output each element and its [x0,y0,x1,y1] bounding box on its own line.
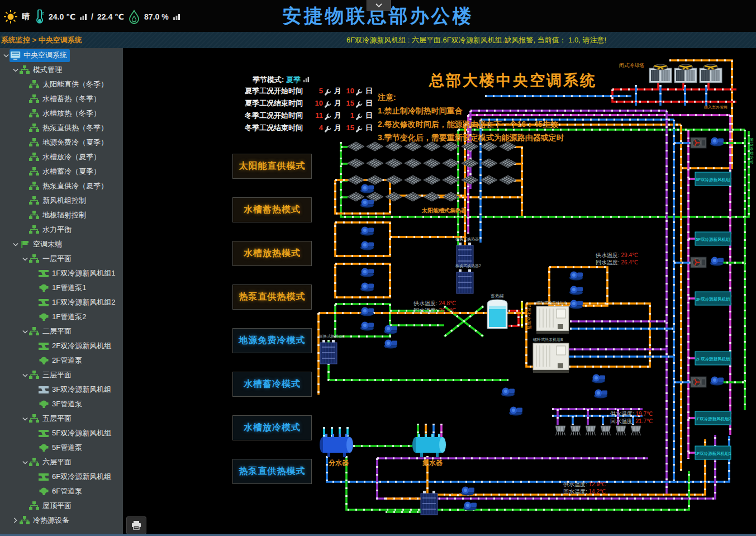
pump-icon[interactable] [569,272,583,281]
print-button[interactable] [126,516,146,534]
cooling-tower-icon[interactable] [700,64,722,83]
pump-icon[interactable] [384,325,397,334]
mode-button-热泵直供热模式[interactable]: 热泵直供热模式 [232,284,312,310]
cooling-tower-icon[interactable] [649,64,672,83]
tree-item-6F双冷源新风机组[interactable]: 6F双冷源新风机组 [0,469,123,484]
wrench-icon[interactable] [355,88,363,96]
pump-icon[interactable] [360,268,374,277]
mode-button-水槽蓄热模式[interactable]: 水槽蓄热模式 [232,197,312,222]
tree-item-屋顶平面[interactable]: 屋顶平面 [0,499,123,513]
pump-icon[interactable] [569,286,583,295]
chevron-down-icon[interactable] [21,417,28,421]
pump-icon[interactable] [710,257,724,266]
tree-item-1F管道泵1[interactable]: 1F管道泵1 [0,281,123,295]
pump-icon[interactable] [509,407,522,416]
tree-item-1F管道泵2[interactable]: 1F管道泵2 [0,310,123,324]
ahu-fan-icon[interactable] [691,257,706,268]
mode-button-水槽放冷模式[interactable]: 水槽放冷模式 [232,415,312,440]
pump-icon[interactable] [501,388,515,397]
pump-icon[interactable] [360,283,374,292]
tree-item-冷热源设备[interactable]: 冷热源设备 [0,513,123,528]
floor-unit-box[interactable]: 1F双冷源新风机组2 [695,411,731,425]
pump-icon[interactable] [463,502,477,511]
tree-item-水槽放冷（夏季）[interactable]: 水槽放冷（夏季） [0,150,123,164]
chevron-down-icon[interactable] [12,243,19,246]
tree-item-五层平面[interactable]: 五层平面 [0,411,123,426]
mode-button-水槽蓄冷模式[interactable]: 水槽蓄冷模式 [232,372,312,397]
collapse-header-button[interactable] [367,0,391,11]
floor-unit-box[interactable]: 3F双冷源新风机组 [695,292,731,305]
tree-item-水槽蓄冷（夏季）[interactable]: 水槽蓄冷（夏季） [0,164,123,179]
floor-unit-box[interactable]: 6F双冷源新风机组 [695,172,731,186]
wrench-icon[interactable] [355,113,363,120]
pump-icon[interactable] [710,137,724,146]
floor-unit-box[interactable]: 5F双冷源新风机组 [695,232,731,245]
plate-heat-exchanger-icon[interactable]: 板换式换热器2 [455,264,481,293]
water-collector-icon[interactable] [412,434,446,457]
tree-item-新风机组控制[interactable]: 新风机组控制 [0,193,123,208]
plate-heat-exchanger-icon[interactable] [421,491,438,515]
chevron-down-icon[interactable] [21,373,28,377]
ahu-fan-icon[interactable] [691,377,706,387]
tree-item-5F管道泵[interactable]: 5F管道泵 [0,440,123,455]
alarm-message[interactable]: 6F双冷源新风机组 : 六层平面.6F双冷源新风机组.缺风报警, 当前值： 1.… [346,35,606,45]
pump-icon[interactable] [360,227,374,236]
tree-item-6F管道泵[interactable]: 6F管道泵 [0,484,123,499]
ahu-fan-icon[interactable] [691,137,706,148]
pump-icon[interactable] [360,241,374,250]
pump-icon[interactable] [360,307,374,316]
mode-button-太阳能直供模式[interactable]: 太阳能直供模式 [232,154,312,179]
pump-icon[interactable] [569,300,583,309]
chevron-down-icon[interactable] [21,330,28,334]
mode-button-水槽放热模式[interactable]: 水槽放热模式 [232,241,312,266]
heat-pump-unit-icon[interactable]: 螺杆式热泵机组B [533,338,569,373]
mode-button-热泵直供热模式[interactable]: 热泵直供热模式 [232,459,312,484]
wrench-icon[interactable] [324,113,331,120]
tree-item-六层平面[interactable]: 六层平面 [0,455,123,469]
tree-item-热泵直供热（冬季）[interactable]: 热泵直供热（冬季） [0,121,123,135]
chevron-down-icon[interactable] [21,257,28,261]
floor-unit-box[interactable]: 1F双冷源新风机组1 [695,446,731,459]
tree-item-热泵直供冷（夏季）[interactable]: 热泵直供冷（夏季） [0,179,123,193]
chevron-down-icon[interactable] [12,68,19,72]
pump-icon[interactable] [461,487,474,496]
pump-icon[interactable] [384,340,397,349]
pump-icon[interactable] [360,199,374,208]
water-distributor-icon[interactable] [320,434,353,457]
tree-item-模式管理[interactable]: 模式管理 [0,63,123,77]
cooling-tower-icon[interactable] [674,64,697,83]
tree-item-地源免费冷（夏季）[interactable]: 地源免费冷（夏季） [0,135,123,150]
storage-tank-icon[interactable]: 蓄热罐 [487,293,507,329]
tree-item-3F管道泵[interactable]: 3F管道泵 [0,397,123,411]
pump-icon[interactable] [360,184,374,193]
tree-item-二层平面[interactable]: 二层平面 [0,324,123,339]
tree-item-1F双冷源新风机组2[interactable]: 1F双冷源新风机组2 [0,295,123,310]
wrench-icon[interactable] [324,88,331,96]
tree-item-空调末端[interactable]: 空调末端 [0,237,123,252]
tree-item-2F双冷源新风机组[interactable]: 2F双冷源新风机组 [0,339,123,353]
bottom-scrollbar[interactable] [0,534,756,536]
chevron-down-icon[interactable] [2,54,9,58]
wrench-icon[interactable] [324,125,331,132]
plate-heat-exchanger-icon[interactable]: 板换式换热器3 [318,334,345,364]
pump-icon[interactable] [594,390,607,399]
tree-item-水槽放热（冬季）[interactable]: 水槽放热（冬季） [0,106,123,121]
edit-month-wrench[interactable] [324,124,331,136]
edit-day-wrench[interactable] [355,124,363,136]
wrench-icon[interactable] [355,101,363,108]
pump-icon[interactable] [360,322,374,331]
tree-item-一层平面[interactable]: 一层平面 [0,252,123,266]
pump-icon[interactable] [710,377,724,386]
tree-item-三层平面[interactable]: 三层平面 [0,368,123,382]
floor-unit-box[interactable]: 2F双冷源新风机组 [695,352,731,365]
tree-item-5F双冷源新风机组[interactable]: 5F双冷源新风机组 [0,426,123,440]
tree-item-水力平衡[interactable]: 水力平衡 [0,222,123,237]
pump-icon[interactable] [592,374,605,383]
tree-item-1F双冷源新风机组1[interactable]: 1F双冷源新风机组1 [0,266,123,281]
mode-button-地源免费冷模式[interactable]: 地源免费冷模式 [232,328,312,353]
wrench-icon[interactable] [355,125,363,132]
chevron-right-icon[interactable] [12,518,19,523]
tree-item-太阳能直供（冬季）[interactable]: 太阳能直供（冬季） [0,77,123,92]
wrench-icon[interactable] [324,101,331,108]
chevron-down-icon[interactable] [21,461,28,464]
